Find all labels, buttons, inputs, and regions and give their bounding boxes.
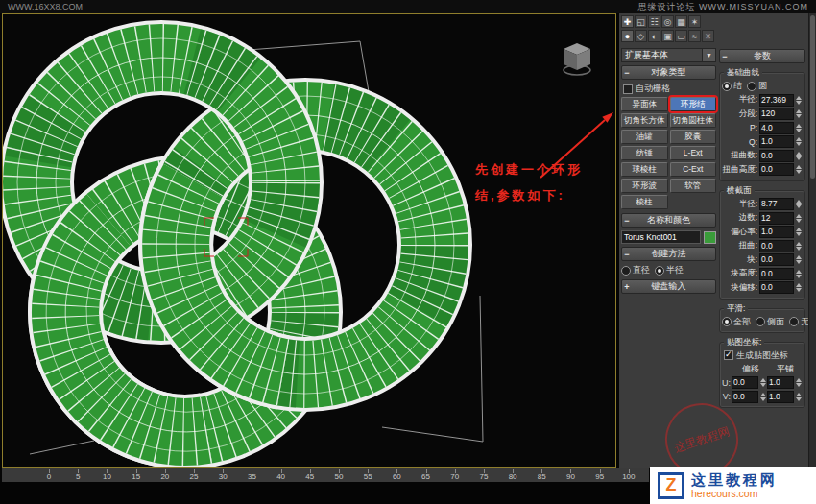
- autogrid-row[interactable]: 自动栅格: [621, 83, 716, 95]
- object-type-button[interactable]: 环形波: [621, 179, 668, 193]
- timeline-tick[interactable]: 95: [586, 472, 614, 481]
- timeline-tick[interactable]: 70: [441, 472, 469, 481]
- torus-knot-object[interactable]: [17, 38, 454, 451]
- geometry-icon[interactable]: ●: [621, 30, 634, 42]
- param-value-field[interactable]: 0.0: [759, 281, 794, 294]
- rollout-keyboard-entry[interactable]: + 键盘输入: [621, 279, 716, 294]
- chevron-down-icon[interactable]: ▼: [703, 48, 716, 62]
- radio-option[interactable]: 结: [722, 80, 742, 92]
- radio-option[interactable]: 无: [789, 316, 809, 328]
- subcategory-dropdown[interactable]: 扩展基本体 ▼: [621, 48, 716, 62]
- spinner-arrows[interactable]: [795, 283, 803, 292]
- spinner-arrows[interactable]: [795, 165, 803, 174]
- param-value-field[interactable]: 0.0: [759, 253, 794, 266]
- timeline-tick[interactable]: 50: [324, 472, 353, 481]
- object-type-button[interactable]: L-Ext: [670, 146, 717, 160]
- param-value-field[interactable]: 0.0: [759, 240, 794, 252]
- spinner-arrows[interactable]: [795, 393, 803, 401]
- timeline-tick[interactable]: 75: [469, 472, 498, 481]
- object-type-button[interactable]: 油罐: [621, 130, 668, 144]
- scrollbar-thumb[interactable]: [810, 15, 815, 179]
- view-cube-icon[interactable]: [564, 43, 590, 75]
- object-type-button[interactable]: 棱柱: [621, 195, 668, 209]
- radio-option[interactable]: 侧面: [756, 316, 784, 328]
- display-tab-icon[interactable]: ▦: [675, 15, 687, 28]
- spinner-arrows[interactable]: [795, 137, 803, 146]
- motion-tab-icon[interactable]: ◎: [661, 15, 674, 28]
- object-type-button[interactable]: 切角圆柱体: [670, 113, 717, 128]
- panel-scrollbar[interactable]: [808, 13, 816, 468]
- spinner-arrows[interactable]: [759, 393, 767, 401]
- utilities-tab-icon[interactable]: ✶: [688, 15, 701, 28]
- object-type-button[interactable]: 切角长方体: [621, 113, 668, 128]
- spinner-arrows[interactable]: [795, 96, 803, 105]
- timeline-tick[interactable]: 85: [527, 472, 556, 481]
- object-type-button[interactable]: 球棱柱: [621, 162, 668, 177]
- param-value-field[interactable]: 1.0: [759, 135, 794, 148]
- object-type-button[interactable]: 纺锤: [621, 146, 668, 160]
- rollout-creation-method[interactable]: − 创建方法: [621, 247, 716, 261]
- timeline-tick[interactable]: 30: [208, 472, 237, 481]
- lights-icon[interactable]: ◐: [648, 30, 660, 42]
- spinner-arrows[interactable]: [795, 255, 803, 264]
- object-type-button[interactable]: 环形结: [670, 97, 717, 111]
- modify-tab-icon[interactable]: ◱: [635, 15, 647, 28]
- radio-option[interactable]: 半径: [655, 264, 684, 276]
- spinner-arrows[interactable]: [795, 124, 803, 132]
- param-value-field[interactable]: 8.77: [759, 198, 794, 210]
- helpers-icon[interactable]: ▭: [675, 30, 687, 42]
- param-value-field[interactable]: 120: [759, 108, 794, 120]
- timeline-tick[interactable]: 10: [92, 472, 121, 481]
- timeline-tick[interactable]: 40: [267, 472, 296, 481]
- spinner-arrows[interactable]: [795, 214, 803, 223]
- object-type-button[interactable]: 异面体: [621, 97, 668, 111]
- rollout-name-color[interactable]: − 名称和颜色: [621, 213, 716, 228]
- object-type-button[interactable]: C-Ext: [670, 162, 717, 177]
- rollout-object-type[interactable]: − 对象类型: [621, 65, 716, 80]
- main-viewport[interactable]: 先创建一个环形 结,参数如下:: [2, 13, 616, 468]
- spinner-arrows[interactable]: [795, 270, 803, 278]
- systems-icon[interactable]: ✳: [702, 30, 714, 42]
- timeline-tick[interactable]: 20: [151, 472, 180, 481]
- object-type-button[interactable]: 软管: [670, 179, 717, 193]
- spinner-arrows[interactable]: [795, 242, 803, 251]
- spinner-arrows[interactable]: [795, 109, 803, 118]
- generate-mapping-row[interactable]: 生成贴图坐标: [722, 349, 803, 362]
- rollout-parameters[interactable]: − 参数: [719, 49, 805, 63]
- param-value-field[interactable]: 0.0: [759, 163, 794, 176]
- timeline[interactable]: 0510152025303540455055606570758085909510…: [2, 468, 649, 482]
- space-warps-icon[interactable]: ≈: [688, 30, 701, 42]
- offset-field[interactable]: 0.0: [732, 376, 758, 389]
- create-tab-icon[interactable]: ✚: [621, 15, 634, 28]
- spinner-arrows[interactable]: [759, 378, 767, 387]
- timeline-tick[interactable]: 0: [35, 472, 63, 481]
- object-type-button[interactable]: 胶囊: [670, 130, 717, 144]
- timeline-tick[interactable]: 65: [411, 472, 440, 481]
- param-value-field[interactable]: 12: [759, 212, 794, 225]
- timeline-tick[interactable]: 5: [63, 472, 92, 481]
- timeline-tick[interactable]: 55: [353, 472, 382, 481]
- spinner-arrows[interactable]: [795, 200, 803, 208]
- param-value-field[interactable]: 0.0: [759, 268, 794, 280]
- timeline-tick[interactable]: 90: [556, 472, 585, 481]
- color-swatch[interactable]: [704, 231, 716, 244]
- timeline-tick[interactable]: 80: [498, 472, 527, 481]
- object-name-field[interactable]: Torus Knot001: [621, 230, 701, 244]
- generate-mapping-checkbox[interactable]: [724, 350, 733, 360]
- timeline-tick[interactable]: 25: [180, 472, 208, 481]
- hierarchy-tab-icon[interactable]: ☷: [648, 15, 660, 28]
- param-value-field[interactable]: 4.0: [759, 122, 794, 134]
- spinner-arrows[interactable]: [795, 152, 803, 160]
- radio-option[interactable]: 直径: [621, 264, 650, 276]
- timeline-tick[interactable]: 15: [122, 472, 151, 481]
- tile-field[interactable]: 1.0: [767, 391, 794, 403]
- tile-field[interactable]: 1.0: [767, 376, 794, 389]
- param-value-field[interactable]: 0.0: [759, 150, 794, 162]
- param-value-field[interactable]: 1.0: [759, 226, 794, 238]
- radio-option[interactable]: 圆: [747, 80, 767, 92]
- timeline-tick[interactable]: 60: [382, 472, 411, 481]
- spinner-arrows[interactable]: [795, 228, 803, 236]
- timeline-tick[interactable]: 35: [237, 472, 266, 481]
- shapes-icon[interactable]: ◇: [635, 30, 647, 42]
- spinner-arrows[interactable]: [795, 378, 803, 387]
